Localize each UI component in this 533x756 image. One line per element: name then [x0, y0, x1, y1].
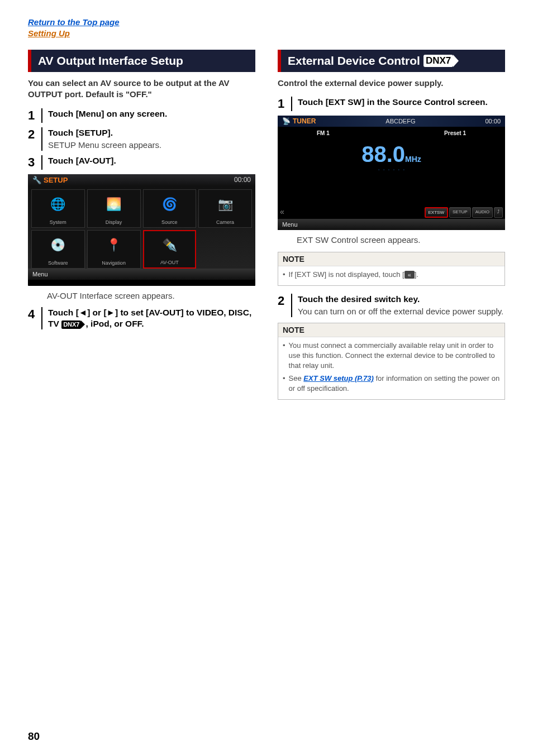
after-tuner-shot: EXT SW Control screen appears. — [297, 235, 505, 246]
step-num-1: 1 — [28, 108, 41, 123]
step-num-4: 4 — [28, 307, 41, 329]
nav-icon: 📍 — [88, 231, 140, 260]
after-setup-shot: AV-OUT Interface screen appears. — [47, 290, 255, 302]
source-icon: 🌀 — [144, 190, 196, 219]
dnx7-inline-badge: DNX7 — [61, 320, 81, 329]
tuner-menu-button[interactable]: Menu — [278, 219, 505, 230]
step-1: 1 Touch [Menu] on any screen. — [28, 108, 255, 123]
heading-av-output: AV Output Interface Setup — [28, 50, 255, 72]
disc-icon: 💿 — [32, 231, 84, 260]
mhz-label: MHz — [405, 155, 421, 164]
r-step-2-desc: You can turn on or off the external devi… — [298, 306, 505, 317]
left-column: AV Output Interface Setup You can select… — [28, 50, 255, 408]
r-step-2-title: Touch the desired switch key. — [298, 294, 505, 305]
tile-source[interactable]: 🌀Source — [143, 189, 197, 228]
step-1-title: Touch [Menu] on any screen. — [48, 108, 255, 119]
note-box-2: NOTE You must connect a commercially ava… — [278, 323, 505, 400]
tuner-label: TUNER — [293, 117, 316, 125]
tuner-setup-button[interactable]: SETUP — [449, 207, 471, 218]
r-step-num-1: 1 — [278, 97, 291, 111]
freq-reflection: · · · · · · — [278, 165, 505, 175]
heading-ext-device-text: External Device Control — [288, 54, 420, 68]
tuner-logo: 📡 TUNER — [282, 117, 316, 125]
r-step-num-2: 2 — [278, 294, 291, 317]
tuner-right-button[interactable]: ⤴ — [494, 207, 503, 218]
setup-label: SETUP — [44, 176, 68, 184]
r-step-1-title: Touch [EXT SW] in the Source Control scr… — [298, 97, 505, 108]
ext-sw-setup-link[interactable]: EXT SW setup (P.73) — [303, 374, 373, 382]
camera-icon: 📷 — [199, 190, 251, 219]
right-column: External Device Control DNX7 Control the… — [278, 50, 505, 408]
tuner-clock: 00:00 — [485, 118, 501, 125]
tile-software[interactable]: 💿Software — [31, 230, 85, 269]
display-icon: 🌅 — [88, 190, 140, 219]
tuner-band: FM 1 — [317, 130, 330, 136]
step-2: 2 Touch [SETUP]. SETUP Menu screen appea… — [28, 127, 255, 151]
setup-clock: 00:00 — [234, 176, 251, 184]
tile-avout[interactable]: ✒️AV-OUT — [143, 230, 197, 269]
tile-display[interactable]: 🌅Display — [87, 189, 141, 228]
step-2-title: Touch [SETUP]. — [48, 127, 255, 138]
step-num-3: 3 — [28, 155, 41, 170]
note1-title: NOTE — [278, 252, 505, 266]
note2-bullet-1: You must connect a commercially availabl… — [283, 341, 500, 371]
section-link[interactable]: Setting Up — [28, 28, 70, 38]
step-3: 3 Touch [AV-OUT]. — [28, 155, 255, 170]
tuner-preset: Preset 1 — [444, 130, 466, 136]
tuner-band-row: FM 1 Preset 1 — [278, 127, 505, 140]
tuner-screenshot: 📡 TUNER ABCDEFG 00:00 FM 1 Preset 1 88.0… — [278, 116, 505, 230]
tile-camera[interactable]: 📷Camera — [198, 189, 252, 228]
heading-ext-device: External Device Control DNX7 — [278, 50, 505, 72]
av-intro: You can select an AV source to be output… — [28, 78, 255, 101]
setup-logo: 🔧 SETUP — [32, 176, 68, 184]
tile-system[interactable]: 🌐System — [31, 189, 85, 228]
extsw-button[interactable]: EXTSW — [425, 207, 448, 218]
dnx7-heading-badge: DNX7 — [423, 55, 453, 67]
tile-navigation[interactable]: 📍Navigation — [87, 230, 141, 269]
r-step-1: 1 Touch [EXT SW] in the Source Control s… — [278, 97, 505, 111]
step-4: 4 Touch [◄] or [►] to set [AV-OUT] to VI… — [28, 307, 255, 329]
step-3-title: Touch [AV-OUT]. — [48, 155, 255, 166]
tuner-audio-button[interactable]: AUDIO — [472, 207, 493, 218]
wrench-icon: 🔧 — [32, 176, 41, 184]
step-num-2: 2 — [28, 127, 41, 151]
globe-icon: 🌐 — [32, 190, 84, 219]
antenna-icon: 📡 — [282, 117, 291, 125]
note1-bullet: If [EXT SW] is not displayed, touch [«]. — [283, 270, 500, 280]
avout-icon: ✒️ — [144, 231, 196, 260]
note-box-1: NOTE If [EXT SW] is not displayed, touch… — [278, 252, 505, 286]
scroll-left-small-icon: « — [404, 271, 415, 279]
note2-title: NOTE — [278, 323, 505, 337]
setup-menu-button[interactable]: Menu — [28, 269, 255, 280]
tuner-abcdefg: ABCDEFG — [386, 118, 415, 125]
note2-bullet-2: See EXT SW setup (P.73) for information … — [283, 374, 500, 394]
page-number: 80 — [28, 730, 40, 743]
setup-screenshot: 🔧 SETUP 00:00 🌐System 🌅Display 🌀Source 📷… — [28, 174, 255, 286]
step-2-desc: SETUP Menu screen appears. — [48, 140, 255, 151]
heading-av-output-text: AV Output Interface Setup — [38, 54, 183, 68]
breadcrumb: Return to the Top page Setting Up — [28, 17, 505, 39]
r-step-2: 2 Touch the desired switch key. You can … — [278, 294, 505, 317]
step-4-title: Touch [◄] or [►] to set [AV-OUT] to VIDE… — [48, 307, 255, 329]
ext-intro: Control the external device power supply… — [278, 78, 505, 89]
return-top-link[interactable]: Return to the Top page — [28, 17, 120, 27]
